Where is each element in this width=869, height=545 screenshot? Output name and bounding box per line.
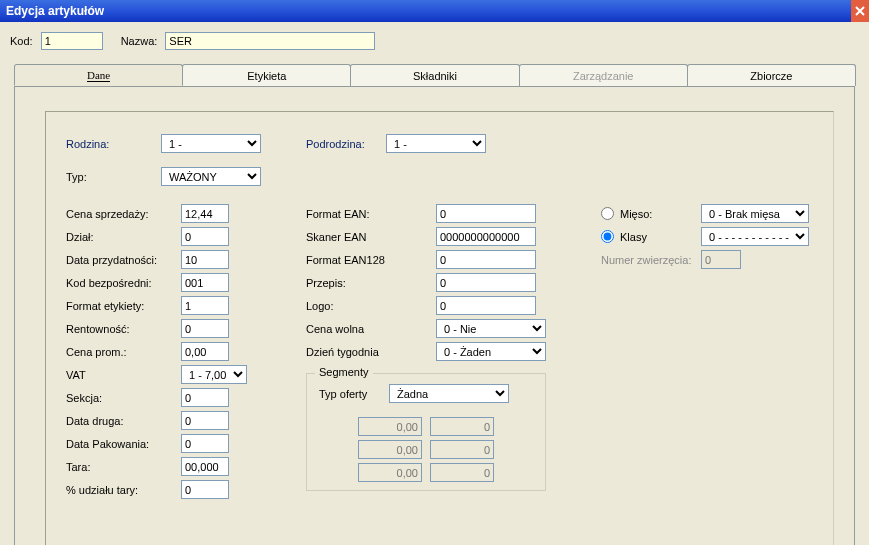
cena-wolna-select[interactable]: 0 - Nie <box>436 319 546 338</box>
tab-strip: Dane Etykieta Składniki Zarządzanie Zbio… <box>14 64 855 86</box>
tab-zbiorcze[interactable]: Zbiorcze <box>687 64 856 86</box>
tab-skladniki[interactable]: Składniki <box>350 64 519 86</box>
logo-label: Logo: <box>306 300 436 312</box>
numer-zwierzecia-input <box>701 250 741 269</box>
sekcja-input[interactable] <box>181 388 229 407</box>
data-druga-label: Data druga: <box>66 415 181 427</box>
dzial-input[interactable] <box>181 227 229 246</box>
data-pakowania-label: Data Pakowania: <box>66 438 181 450</box>
vat-select[interactable]: 1 - 7,00 <box>181 365 247 384</box>
rodzina-select[interactable]: 1 - <box>161 134 261 153</box>
kod-label: Kod: <box>10 35 33 47</box>
vat-label: VAT <box>66 369 181 381</box>
kod-bezposredni-input[interactable] <box>181 273 229 292</box>
typ-oferty-label: Typ oferty <box>319 388 389 400</box>
seg-c1-input <box>358 463 422 482</box>
data-przydatnosci-input[interactable] <box>181 250 229 269</box>
sekcja-label: Sekcja: <box>66 392 181 404</box>
tab-etykieta[interactable]: Etykieta <box>182 64 351 86</box>
przepis-input[interactable] <box>436 273 536 292</box>
rentownosc-input[interactable] <box>181 319 229 338</box>
seg-b2-input <box>430 440 494 459</box>
typ-select[interactable]: WAŻONY <box>161 167 261 186</box>
tab-zarzadzanie: Zarządzanie <box>519 64 688 86</box>
tab-dane[interactable]: Dane <box>14 64 183 86</box>
seg-c2-input <box>430 463 494 482</box>
klasy-radio[interactable]: Klasy <box>601 230 701 243</box>
middle-column: Format EAN: Skaner EAN Format EAN128 Prz… <box>306 202 546 491</box>
rodzina-label: Rodzina: <box>66 138 161 150</box>
cena-wolna-label: Cena wolna <box>306 323 436 335</box>
rentownosc-label: Rentowność: <box>66 323 181 335</box>
typ-label: Typ: <box>66 171 161 183</box>
nazwa-label: Nazwa: <box>121 35 158 47</box>
window-title: Edycja artykułów <box>6 4 104 18</box>
cena-prom-label: Cena prom.: <box>66 346 181 358</box>
data-pakowania-input[interactable] <box>181 434 229 453</box>
nazwa-input[interactable] <box>165 32 375 50</box>
segmenty-group: Segmenty Typ oferty Żadna <box>306 373 546 491</box>
skaner-ean-label: Skaner EAN <box>306 231 436 243</box>
close-icon[interactable] <box>851 0 869 22</box>
tara-label: Tara: <box>66 461 181 473</box>
dzien-tygodnia-select[interactable]: 0 - Żaden <box>436 342 546 361</box>
window-titlebar: Edycja artykułów <box>0 0 869 22</box>
dzial-label: Dział: <box>66 231 181 243</box>
podrodzina-label: Podrodzina: <box>306 138 386 150</box>
format-ean-label: Format EAN: <box>306 208 436 220</box>
left-column: Cena sprzedaży: Dział: Data przydatności… <box>66 202 247 501</box>
cena-sprzedazy-input[interactable] <box>181 204 229 223</box>
tara-input[interactable] <box>181 457 229 476</box>
seg-a2-input <box>430 417 494 436</box>
form-frame: Rodzina: 1 - Podrodzina: 1 - Typ: WAŻONY… <box>45 111 834 545</box>
cena-sprzedazy-label: Cena sprzedaży: <box>66 208 181 220</box>
cena-prom-input[interactable] <box>181 342 229 361</box>
skaner-ean-input[interactable] <box>436 227 536 246</box>
right-column: Mięso: 0 - Brak mięsa Klasy 0 - - - - - … <box>601 202 809 271</box>
header-row: Kod: Nazwa: <box>0 22 869 64</box>
format-ean-input[interactable] <box>436 204 536 223</box>
numer-zwierzecia-label: Numer zwierzęcia: <box>601 254 701 266</box>
klasy-radio-input[interactable] <box>601 230 614 243</box>
mieso-label: Mięso: <box>620 208 652 220</box>
kod-bezposredni-label: Kod bezpośredni: <box>66 277 181 289</box>
tab-panel: Rodzina: 1 - Podrodzina: 1 - Typ: WAŻONY… <box>14 86 855 545</box>
format-etykiety-input[interactable] <box>181 296 229 315</box>
format-ean128-label: Format EAN128 <box>306 254 436 266</box>
mieso-radio-input[interactable] <box>601 207 614 220</box>
mieso-select[interactable]: 0 - Brak mięsa <box>701 204 809 223</box>
przepis-label: Przepis: <box>306 277 436 289</box>
klasy-label: Klasy <box>620 231 647 243</box>
format-ean128-input[interactable] <box>436 250 536 269</box>
seg-b1-input <box>358 440 422 459</box>
podrodzina-select[interactable]: 1 - <box>386 134 486 153</box>
klasy-select[interactable]: 0 - - - - - - - - - - - <box>701 227 809 246</box>
udzial-tary-label: % udziału tary: <box>66 484 181 496</box>
typ-oferty-select[interactable]: Żadna <box>389 384 509 403</box>
logo-input[interactable] <box>436 296 536 315</box>
dzien-tygodnia-label: Dzień tygodnia <box>306 346 436 358</box>
format-etykiety-label: Format etykiety: <box>66 300 181 312</box>
kod-input[interactable] <box>41 32 103 50</box>
udzial-tary-input[interactable] <box>181 480 229 499</box>
seg-a1-input <box>358 417 422 436</box>
data-przydatnosci-label: Data przydatności: <box>66 254 181 266</box>
data-druga-input[interactable] <box>181 411 229 430</box>
segmenty-legend: Segmenty <box>315 366 373 378</box>
mieso-radio[interactable]: Mięso: <box>601 207 701 220</box>
